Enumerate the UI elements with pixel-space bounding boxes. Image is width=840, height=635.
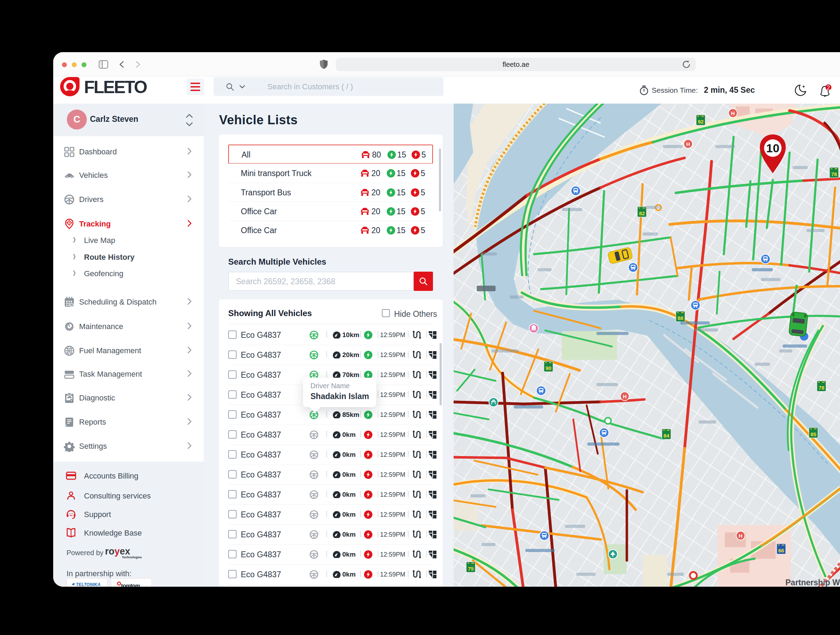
svg-text:82: 82 [639, 210, 645, 216]
svg-text:H: H [739, 533, 743, 539]
svg-text:H: H [731, 110, 735, 116]
svg-text:66: 66 [778, 548, 784, 553]
svg-text:H: H [623, 393, 627, 400]
svg-text:Partnership Wit: Partnership Wit [785, 578, 840, 587]
svg-text:10: 10 [766, 141, 780, 155]
svg-text:78: 78 [831, 171, 837, 177]
svg-text:H: H [686, 141, 690, 147]
svg-text:92: 92 [698, 118, 704, 125]
svg-text:2: 2 [827, 85, 830, 91]
svg-text:84: 84 [663, 433, 669, 439]
svg-text:TELTONIKA: TELTONIKA [76, 582, 101, 587]
svg-text:85: 85 [811, 431, 816, 437]
svg-text:88: 88 [677, 315, 684, 321]
svg-text:75: 75 [468, 565, 474, 572]
svg-text:90: 90 [546, 365, 552, 371]
svg-text:tomtom: tomtom [121, 583, 140, 587]
svg-text:78: 78 [819, 385, 824, 391]
